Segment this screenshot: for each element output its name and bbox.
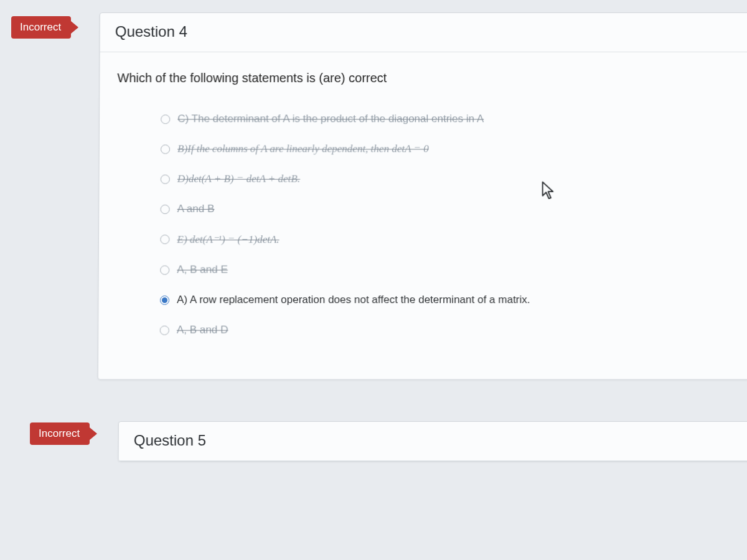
- radio-icon[interactable]: [160, 325, 169, 335]
- option-label: D)det(A + B) = detA + detB.: [177, 173, 300, 185]
- option-label: A and B: [177, 203, 215, 215]
- option-label: C) The determinant of A is the product o…: [177, 113, 484, 125]
- question-title: Question 4: [115, 23, 187, 40]
- incorrect-badge: Incorrect: [30, 422, 90, 445]
- option-c[interactable]: C) The determinant of A is the product o…: [161, 113, 747, 125]
- option-a-b-and-e[interactable]: A, B and E: [160, 264, 747, 276]
- option-label: A) A row replacement operation does not …: [177, 294, 530, 306]
- radio-icon[interactable]: [160, 265, 169, 274]
- radio-icon[interactable]: [161, 174, 170, 184]
- question-header: Question 4: [100, 13, 747, 52]
- question-header: Question 5: [119, 422, 747, 461]
- option-a-b-and-d[interactable]: A, B and D: [160, 324, 747, 336]
- option-b[interactable]: B)If the columns of A are linearly depen…: [161, 142, 747, 155]
- question-5-block: Incorrect Question 5: [0, 421, 747, 462]
- question-prompt: Which of the following statements is (ar…: [117, 71, 747, 85]
- option-label: E) det(A⁻¹) = (−1)detA.: [177, 233, 279, 246]
- radio-icon[interactable]: [160, 295, 169, 304]
- question-title: Question 5: [134, 432, 206, 449]
- radio-icon[interactable]: [161, 114, 170, 124]
- question-4-block: Incorrect Question 4 Which of the follow…: [0, 12, 747, 378]
- badge-text: Incorrect: [20, 21, 61, 33]
- option-a-and-b[interactable]: A and B: [161, 203, 747, 215]
- radio-icon[interactable]: [160, 235, 169, 244]
- radio-icon[interactable]: [161, 204, 170, 213]
- question-card: Question 5: [118, 421, 747, 462]
- cursor-icon: [541, 180, 555, 200]
- radio-icon[interactable]: [161, 144, 170, 154]
- incorrect-badge: Incorrect: [11, 16, 71, 39]
- option-a[interactable]: A) A row replacement operation does not …: [160, 294, 747, 306]
- option-label: B)If the columns of A are linearly depen…: [177, 142, 429, 155]
- option-label: A, B and E: [177, 264, 228, 276]
- options-list: C) The determinant of A is the product o…: [116, 113, 747, 336]
- question-body: Which of the following statements is (ar…: [98, 52, 747, 379]
- option-label: A, B and D: [177, 324, 228, 336]
- question-card: Question 4 Which of the following statem…: [98, 12, 747, 380]
- badge-text: Incorrect: [39, 427, 80, 439]
- option-e[interactable]: E) det(A⁻¹) = (−1)detA.: [160, 233, 747, 246]
- option-d[interactable]: D)det(A + B) = detA + detB.: [161, 173, 747, 185]
